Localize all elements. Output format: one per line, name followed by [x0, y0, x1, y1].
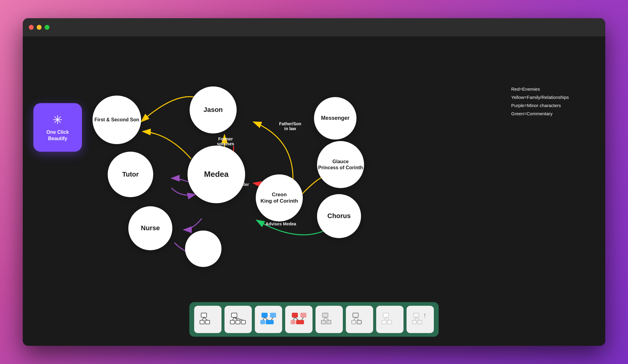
toolbar-btn-layout8[interactable]: [407, 306, 434, 333]
node-unnamed[interactable]: [185, 231, 221, 267]
node-creon[interactable]: CreonKing of Corinth: [256, 174, 303, 221]
legend-green: Green=Commentary: [511, 110, 569, 118]
svg-line-46: [386, 317, 390, 320]
traffic-light-minimize[interactable]: [37, 25, 42, 30]
traffic-light-maximize[interactable]: [45, 25, 49, 30]
browser-chrome: [23, 18, 605, 36]
svg-line-23: [271, 317, 273, 320]
svg-rect-39: [357, 320, 361, 324]
ocb-icon: ✳: [52, 113, 63, 127]
svg-rect-5: [200, 320, 204, 324]
svg-line-7: [202, 317, 204, 320]
svg-rect-33: [321, 320, 326, 324]
label-father-son: Father/Sonin law: [279, 121, 301, 131]
ocb-badge[interactable]: ✳ One ClickBeautify: [33, 103, 82, 152]
legend-purple: Purple=Minor characters: [511, 101, 569, 110]
node-tutor[interactable]: Tutor: [108, 152, 153, 197]
svg-rect-32: [322, 313, 328, 317]
node-chorus[interactable]: Chorus: [317, 194, 361, 238]
node-first-second-son[interactable]: First & Second Son: [93, 96, 141, 144]
edge-medea-son: [143, 131, 191, 159]
svg-rect-6: [205, 320, 210, 324]
svg-rect-24: [292, 313, 298, 317]
toolbar-btn-layout5[interactable]: [316, 306, 343, 333]
label-former-spouses: Formerspouses: [217, 136, 234, 146]
arrows-layer: [23, 36, 605, 346]
toolbar-btn-layout6[interactable]: [346, 306, 373, 333]
svg-marker-53: [424, 313, 426, 315]
browser-content: ✳ One ClickBeautify Red=Enemies Yellow=F…: [23, 36, 605, 346]
svg-rect-10: [230, 320, 235, 324]
svg-line-20: [265, 317, 268, 320]
svg-line-31: [302, 317, 303, 320]
ocb-label: One ClickBeautify: [46, 129, 69, 142]
svg-line-27: [293, 317, 295, 320]
svg-rect-22: [269, 320, 273, 324]
svg-rect-34: [327, 320, 331, 324]
node-nurse[interactable]: Nurse: [128, 206, 172, 250]
svg-rect-37: [353, 313, 358, 317]
svg-line-19: [263, 317, 265, 320]
label-advises: Advises Medea: [265, 221, 296, 226]
svg-rect-11: [236, 320, 240, 324]
traffic-light-close[interactable]: [29, 25, 34, 30]
svg-line-35: [323, 317, 325, 320]
svg-rect-38: [352, 320, 356, 324]
svg-line-36: [325, 317, 329, 320]
svg-rect-12: [241, 320, 245, 324]
svg-line-45: [384, 317, 386, 320]
edge-medea-nurse: [184, 218, 202, 230]
svg-rect-47: [414, 313, 419, 317]
svg-rect-9: [231, 313, 237, 317]
toolbar-btn-layout2[interactable]: [225, 306, 252, 333]
toolbar-btn-layout3[interactable]: [255, 306, 282, 333]
svg-rect-25: [291, 320, 295, 324]
legend: Red=Enemies Yellow=Family/Relationships …: [511, 85, 569, 118]
svg-rect-42: [383, 313, 389, 317]
node-jason[interactable]: Jason: [190, 86, 237, 133]
svg-rect-29: [301, 313, 306, 317]
svg-rect-4: [201, 313, 207, 317]
svg-rect-44: [387, 320, 392, 324]
svg-line-28: [295, 317, 299, 320]
browser-window: ✳ One ClickBeautify Red=Enemies Yellow=F…: [23, 18, 605, 346]
node-glauce[interactable]: GlaucePrincess of Corinth: [317, 141, 364, 188]
legend-yellow: Yellow=Family/Relationships: [511, 93, 569, 101]
svg-line-40: [354, 317, 356, 320]
svg-line-8: [204, 317, 208, 320]
svg-rect-43: [382, 320, 386, 324]
toolbar-btn-layout1[interactable]: [194, 306, 221, 333]
svg-rect-30: [299, 320, 304, 324]
node-messenger[interactable]: Messenger: [314, 97, 356, 140]
svg-rect-16: [262, 313, 267, 317]
toolbar-btn-layout4[interactable]: [285, 306, 312, 333]
svg-line-50: [414, 317, 416, 320]
svg-line-51: [416, 317, 420, 320]
toolbar-btn-layout7[interactable]: [376, 306, 403, 333]
svg-rect-48: [412, 320, 417, 324]
svg-line-41: [356, 317, 359, 320]
node-medea[interactable]: Medea: [187, 146, 245, 203]
legend-red: Red=Enemies: [511, 85, 569, 93]
svg-rect-17: [261, 320, 265, 324]
svg-rect-21: [270, 313, 276, 317]
svg-rect-49: [418, 320, 422, 324]
bottom-toolbar: [189, 302, 439, 337]
svg-line-13: [232, 317, 234, 320]
